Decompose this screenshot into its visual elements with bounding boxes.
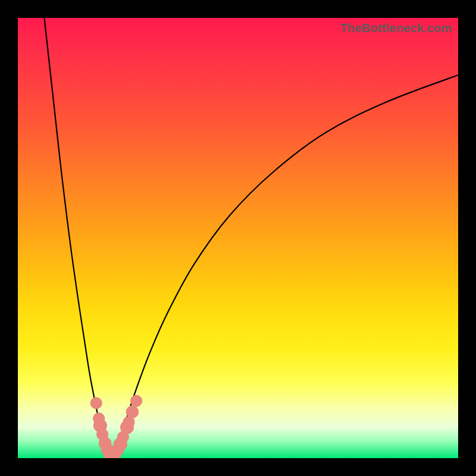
right-curve bbox=[112, 75, 458, 456]
left-curve bbox=[44, 18, 110, 456]
plot-area: TheBottleneck.com bbox=[18, 18, 458, 458]
data-marker bbox=[90, 397, 102, 409]
marker-group bbox=[90, 395, 142, 458]
chart-frame: TheBottleneck.com bbox=[0, 0, 476, 476]
data-marker bbox=[126, 406, 139, 418]
data-marker bbox=[130, 395, 142, 406]
chart-svg bbox=[18, 18, 458, 458]
